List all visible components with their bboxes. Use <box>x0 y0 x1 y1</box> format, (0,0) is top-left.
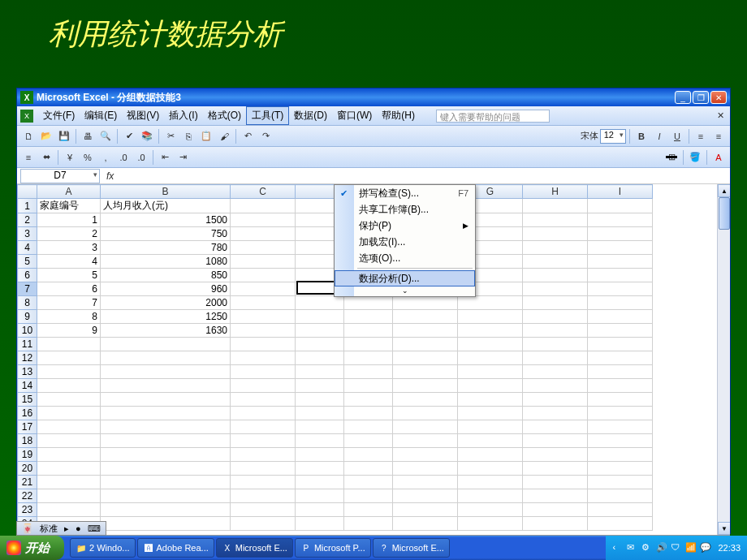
cut-button[interactable]: ✂ <box>162 128 179 144</box>
tray-icon-1[interactable]: ✉ <box>627 542 638 554</box>
row-header-23[interactable]: 23 <box>18 503 37 517</box>
cell-A2[interactable]: 1 <box>37 213 101 227</box>
cell[interactable] <box>588 241 653 255</box>
undo-button[interactable]: ↶ <box>240 128 256 144</box>
cell[interactable] <box>393 476 458 489</box>
row-header-3[interactable]: 3 <box>18 227 37 241</box>
cell[interactable] <box>588 434 653 448</box>
row-header-19[interactable]: 19 <box>18 448 37 462</box>
cell[interactable] <box>458 448 523 462</box>
align-center-button[interactable]: ≡ <box>710 128 727 144</box>
cell[interactable] <box>458 462 523 476</box>
cell[interactable] <box>296 379 344 393</box>
cell[interactable] <box>344 448 393 462</box>
cell-A11[interactable] <box>37 338 101 351</box>
cell[interactable] <box>231 462 296 476</box>
formula-input[interactable] <box>120 169 730 183</box>
cell[interactable] <box>458 365 523 379</box>
tray-icon-6[interactable]: 💬 <box>700 542 711 554</box>
cell-B13[interactable] <box>101 365 231 379</box>
column-header-B[interactable]: B <box>101 185 231 199</box>
maximize-button[interactable]: ❐ <box>693 91 709 104</box>
menu-item-share[interactable]: 共享工作簿(B)... <box>335 201 475 218</box>
fx-icon[interactable]: fx <box>106 170 114 182</box>
menu-format[interactable]: 格式(O) <box>203 107 246 124</box>
cell[interactable] <box>393 393 458 407</box>
row-header-17[interactable]: 17 <box>18 420 37 434</box>
row-header-1[interactable]: 1 <box>18 199 37 213</box>
menu-item-options[interactable]: 选项(O)... <box>335 250 475 266</box>
cell[interactable] <box>458 338 523 351</box>
cell[interactable] <box>523 282 588 296</box>
cell[interactable] <box>588 310 653 324</box>
cell[interactable] <box>588 379 653 393</box>
cell[interactable] <box>344 489 393 503</box>
cell-A4[interactable]: 3 <box>37 241 101 255</box>
row-header-9[interactable]: 9 <box>18 310 37 324</box>
cell-B14[interactable] <box>101 379 231 393</box>
cell[interactable] <box>588 213 653 227</box>
cell-B17[interactable] <box>101 420 231 434</box>
cell[interactable] <box>231 296 296 310</box>
scroll-down-button[interactable]: ▼ <box>718 522 730 535</box>
cell[interactable] <box>296 503 344 517</box>
spellcheck-button[interactable]: ✔ <box>121 128 137 144</box>
column-header-A[interactable]: A <box>37 185 101 199</box>
cell[interactable] <box>393 434 458 448</box>
cell[interactable] <box>588 393 653 407</box>
menu-help[interactable]: 帮助(H) <box>377 107 420 124</box>
menu-expand-chevron[interactable]: ⌄ <box>335 286 475 296</box>
cell[interactable] <box>393 462 458 476</box>
row-header-12[interactable]: 12 <box>18 351 37 365</box>
row-header-4[interactable]: 4 <box>18 241 37 255</box>
cell[interactable] <box>344 296 393 310</box>
cell[interactable] <box>458 434 523 448</box>
increase-indent-button[interactable]: ⇥ <box>175 149 191 166</box>
cell[interactable] <box>393 420 458 434</box>
cell[interactable] <box>231 269 296 282</box>
cell-B23[interactable] <box>101 503 231 517</box>
decrease-decimal-button[interactable]: .0 <box>133 149 149 166</box>
taskbar-item[interactable]: 🅰Adobe Rea... <box>137 538 214 558</box>
cell[interactable] <box>523 338 588 351</box>
cell[interactable] <box>588 517 653 531</box>
scroll-up-button[interactable]: ▲ <box>718 184 730 197</box>
cell[interactable] <box>523 448 588 462</box>
cell[interactable] <box>523 407 588 420</box>
cell[interactable] <box>231 282 296 296</box>
row-header-21[interactable]: 21 <box>18 476 37 489</box>
cell[interactable] <box>231 503 296 517</box>
cell[interactable] <box>458 393 523 407</box>
cell[interactable] <box>296 365 344 379</box>
cell[interactable] <box>458 503 523 517</box>
clock[interactable]: 22:33 <box>718 543 741 553</box>
cell-A18[interactable] <box>37 434 101 448</box>
cell[interactable] <box>344 476 393 489</box>
cell-B7[interactable]: 960 <box>101 282 231 296</box>
cell[interactable] <box>523 434 588 448</box>
print-button[interactable]: 🖶 <box>80 128 96 144</box>
cell-A17[interactable] <box>37 420 101 434</box>
cell[interactable] <box>588 199 653 213</box>
tray-icon-2[interactable]: ⚙ <box>641 542 653 554</box>
cell[interactable] <box>588 338 653 351</box>
paste-button[interactable]: 📋 <box>198 128 214 144</box>
cell[interactable] <box>458 476 523 489</box>
font-size-select[interactable]: 12 <box>600 129 626 144</box>
cell-A6[interactable]: 5 <box>37 269 101 282</box>
column-header-I[interactable]: I <box>588 185 653 199</box>
cell[interactable] <box>393 517 458 531</box>
cell[interactable] <box>523 269 588 282</box>
cell[interactable] <box>296 351 344 365</box>
cell-B24[interactable] <box>101 517 231 531</box>
save-button[interactable]: 💾 <box>56 128 72 144</box>
cell-B5[interactable]: 1080 <box>101 255 231 269</box>
new-button[interactable]: 🗋 <box>20 128 37 144</box>
cell[interactable] <box>393 503 458 517</box>
cell-A9[interactable]: 8 <box>37 310 101 324</box>
cell[interactable] <box>458 407 523 420</box>
cell[interactable] <box>523 365 588 379</box>
taskbar-item[interactable]: XMicrosoft E... <box>216 538 293 558</box>
row-header-13[interactable]: 13 <box>18 365 37 379</box>
cell[interactable] <box>344 462 393 476</box>
